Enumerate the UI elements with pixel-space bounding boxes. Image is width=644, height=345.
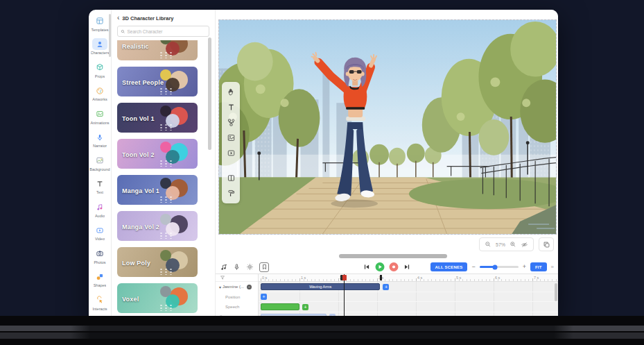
duplicate-scene-button[interactable]	[539, 237, 554, 251]
character-card-manga-vol-1[interactable]: Manga Vol 1	[117, 175, 198, 205]
sidebar-item-video[interactable]: Video	[89, 221, 111, 245]
add-keyframe-button[interactable]: +	[383, 284, 389, 290]
card-dots-decoration	[159, 124, 174, 131]
collapse-chevron-icon[interactable]: »	[551, 264, 554, 270]
sidebar-item-templates[interactable]: Templates	[89, 12, 111, 35]
timeline-zoom-in[interactable]: +	[523, 264, 526, 270]
sidebar-item-background[interactable]: Background	[89, 151, 111, 175]
fit-button[interactable]: FIT	[530, 262, 547, 271]
sidebar-item-photos[interactable]: Photos	[89, 244, 111, 268]
animations-icon	[96, 110, 104, 118]
playhead-flag[interactable]	[340, 275, 347, 280]
track-label-speech[interactable]: Speech	[216, 302, 258, 312]
character-card-list: RealisticStreet PeopleToon Vol 1Toon Vol…	[117, 40, 198, 316]
audio-icon	[96, 203, 104, 211]
editor-area: 57% ALL SCENES −	[216, 10, 558, 316]
play-button[interactable]	[376, 262, 385, 271]
character-card-realistic[interactable]: Realistic	[117, 40, 198, 60]
eye-off-icon[interactable]	[521, 241, 528, 249]
character-card-toon-vol-1[interactable]: Toon Vol 1	[117, 103, 198, 133]
playhead[interactable]	[344, 274, 345, 316]
sidebar-item-label: Props	[95, 74, 105, 78]
track-label-position[interactable]: Position	[216, 292, 258, 303]
interacts-icon	[96, 296, 104, 304]
clip-speech[interactable]	[261, 303, 299, 310]
character-library-panel: ‹ 3D Character Library RealisticStreet P…	[112, 10, 216, 316]
sidebar-item-narrator[interactable]: Narrator	[89, 128, 111, 152]
text-icon	[96, 180, 104, 188]
character-card-low-poly[interactable]: Low Poly	[117, 247, 198, 277]
card-label: Manga Vol 2	[122, 223, 159, 230]
card-label: Low Poly	[122, 259, 150, 266]
sun-icon	[246, 263, 254, 271]
artworks-icon	[96, 87, 104, 95]
search-icon	[121, 29, 125, 34]
sun-icon[interactable]	[246, 263, 254, 271]
track-label-jasmine-[interactable]: ▾Jasmine (...−	[216, 282, 258, 292]
timeline: ▾Jasmine (...−PositionSpeechCamera 0 s1 …	[216, 274, 558, 316]
bookmark-icon	[261, 264, 268, 270]
zoom-out-icon[interactable]	[485, 241, 491, 248]
timeline-track-area[interactable]: 0 s1 s2 s3 s4 s5 s6 s7 s Waving Arms+++C…	[259, 274, 558, 316]
library-scrollbar[interactable]	[208, 37, 211, 150]
chevron-down-icon[interactable]: ▾	[219, 285, 221, 289]
character-card-toon-vol-2[interactable]: Toon Vol 2	[117, 139, 198, 169]
panel-title: 3D Character Library	[122, 15, 173, 22]
app-sidebar: TemplatesCharactersPropsArtworksAnimatio…	[89, 10, 112, 316]
music-icon[interactable]	[220, 263, 227, 271]
character-card-manga-vol-2[interactable]: Manga Vol 2	[117, 211, 198, 241]
character-card-street-people[interactable]: Street People	[117, 67, 198, 96]
card-label: Toon Vol 1	[122, 115, 155, 121]
track-lane: +	[259, 292, 558, 303]
card-dots-decoration	[159, 87, 174, 94]
sidebar-item-props[interactable]: Props	[89, 58, 111, 82]
card-dots-decoration	[159, 232, 174, 239]
add-keyframe-button[interactable]: +	[302, 304, 308, 310]
zoom-in-icon[interactable]	[510, 241, 516, 248]
sidebar-item-animations[interactable]: Animations	[89, 105, 111, 128]
image-icon[interactable]	[227, 133, 236, 142]
clip-waving-arms[interactable]: Waving Arms	[261, 283, 380, 290]
sidebar-item-audio[interactable]: Audio	[89, 198, 111, 221]
layout-icon[interactable]	[227, 174, 236, 183]
sidebar-scrollbar[interactable]	[109, 14, 111, 57]
hand-icon[interactable]	[227, 87, 236, 96]
add-keyframe-button[interactable]: +	[261, 294, 267, 300]
sidebar-item-label: Characters	[91, 51, 110, 55]
video-tool-icon[interactable]	[227, 149, 236, 158]
scene-canvas[interactable]	[218, 19, 557, 235]
search-box[interactable]	[117, 26, 209, 37]
sidebar-item-artworks[interactable]: Artworks	[89, 82, 111, 106]
card-dots-decoration	[159, 304, 174, 311]
text-tool-icon[interactable]	[227, 103, 236, 112]
sidebar-item-label: Video	[95, 237, 105, 241]
filter-icon[interactable]	[220, 275, 225, 280]
character-card-voxel[interactable]: Voxel	[117, 283, 198, 313]
paint-roller-icon[interactable]	[227, 189, 236, 198]
timeline-zoom-slider[interactable]	[480, 266, 519, 268]
sidebar-item-label: Shapes	[94, 283, 107, 287]
nodes-icon[interactable]	[227, 118, 236, 127]
sidebar-item-label: Animations	[90, 121, 109, 125]
skip-start-icon[interactable]	[363, 263, 371, 271]
stop-button[interactable]	[390, 262, 399, 271]
skip-end-icon[interactable]	[403, 263, 411, 271]
timeline-zoom-out[interactable]: −	[471, 264, 475, 270]
bookmark-button[interactable]	[259, 262, 269, 272]
sidebar-item-label: Narrator	[93, 144, 107, 148]
track-options-icon[interactable]: −	[247, 285, 252, 289]
sidebar-item-interacts[interactable]: Interacts	[89, 291, 111, 314]
shapes-icon	[96, 273, 104, 281]
mic-icon[interactable]	[233, 263, 241, 271]
timeline-ruler[interactable]: 0 s1 s2 s3 s4 s5 s6 s7 s	[259, 274, 558, 282]
back-chevron-icon[interactable]: ‹	[117, 15, 119, 22]
all-scenes-button[interactable]: ALL SCENES	[430, 262, 468, 271]
search-input[interactable]	[127, 29, 206, 34]
photos-icon	[96, 249, 104, 258]
sidebar-item-shapes[interactable]: Shapes	[89, 268, 111, 292]
sidebar-item-text[interactable]: Text	[89, 175, 111, 199]
skip-start-icon	[363, 263, 371, 271]
canvas-horizontal-scrollbar[interactable]	[339, 254, 447, 258]
timeline-scrollbar[interactable]	[555, 283, 557, 301]
sidebar-item-characters[interactable]: Characters	[89, 35, 111, 59]
